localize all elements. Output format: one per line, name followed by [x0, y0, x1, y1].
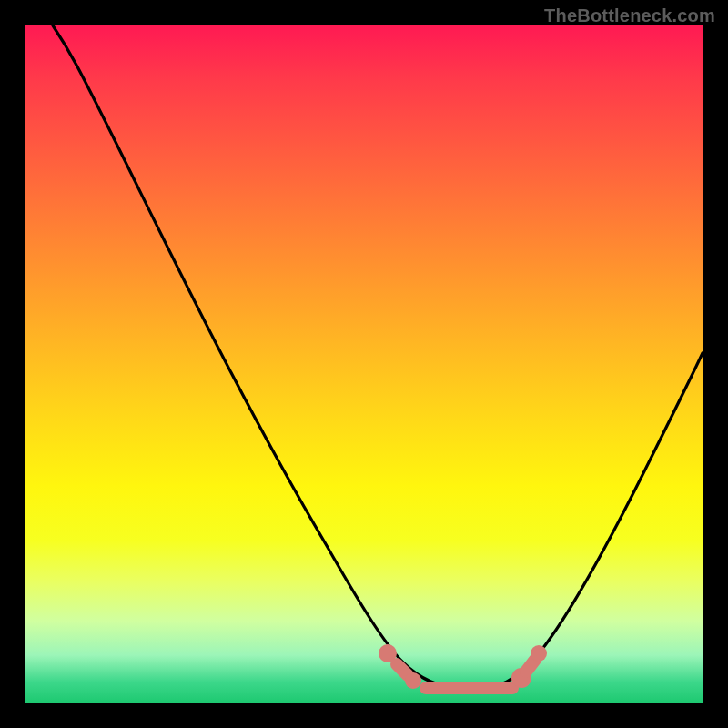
bottleneck-curve-line	[53, 25, 703, 690]
plot-area	[25, 25, 703, 703]
marker-dot	[531, 645, 547, 662]
optimal-range-markers	[379, 644, 547, 689]
watermark-text: TheBottleneck.com	[544, 5, 715, 26]
bottleneck-curve-svg	[25, 25, 703, 703]
marker-dot	[405, 672, 421, 689]
marker-dot	[526, 660, 535, 672]
marker-dot	[397, 664, 408, 675]
chart-frame: TheBottleneck.com	[0, 0, 728, 728]
